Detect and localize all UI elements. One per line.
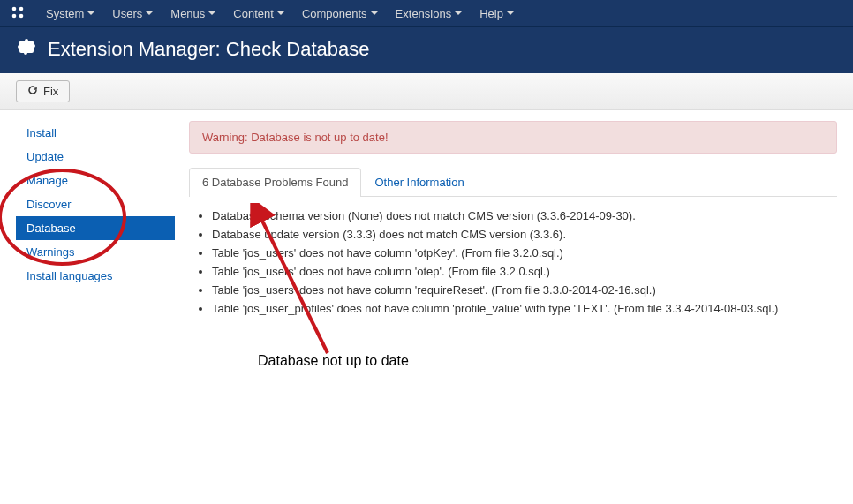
menu-menus[interactable]: Menus bbox=[162, 0, 224, 26]
chevron-down-icon bbox=[146, 11, 153, 15]
chevron-down-icon bbox=[277, 11, 284, 15]
title-bar: Extension Manager: Check Database bbox=[0, 26, 853, 73]
problem-item: Table 'jos_users' does not have column '… bbox=[212, 283, 834, 297]
joomla-logo-icon bbox=[11, 5, 25, 22]
sidebar-item-label: Install languages bbox=[26, 269, 113, 282]
refresh-icon bbox=[27, 85, 38, 98]
menu-users[interactable]: Users bbox=[103, 0, 162, 26]
chevron-down-icon bbox=[455, 11, 462, 15]
sidebar-item-label: Discover bbox=[26, 198, 72, 211]
sidebar-item-label: Warnings bbox=[26, 245, 74, 259]
sidebar-item-update[interactable]: Update bbox=[16, 145, 175, 169]
toolbar: Fix bbox=[0, 73, 853, 110]
puzzle-icon bbox=[16, 36, 37, 63]
fix-button[interactable]: Fix bbox=[16, 80, 70, 102]
menu-system[interactable]: System bbox=[37, 0, 103, 26]
sidebar-item-label: Manage bbox=[26, 174, 68, 187]
sidebar-item-warnings[interactable]: Warnings bbox=[16, 240, 175, 264]
fix-button-label: Fix bbox=[43, 85, 58, 98]
sidebar: Install Update Manage Discover Database … bbox=[16, 121, 175, 333]
tab-label: Other Information bbox=[374, 176, 464, 189]
svg-point-3 bbox=[19, 13, 24, 18]
chevron-down-icon bbox=[507, 11, 514, 15]
menu-extensions[interactable]: Extensions bbox=[387, 0, 472, 26]
problem-item: Table 'jos_user_profiles' does not have … bbox=[212, 302, 834, 315]
sidebar-item-manage[interactable]: Manage bbox=[16, 169, 175, 192]
sidebar-item-install-languages[interactable]: Install languages bbox=[16, 264, 175, 288]
problem-item: Table 'jos_users' does not have column '… bbox=[212, 265, 834, 278]
tab-label: 6 Database Problems Found bbox=[202, 176, 348, 189]
annotation-caption: Database not up to date bbox=[258, 353, 409, 368]
svg-point-2 bbox=[12, 13, 17, 18]
sidebar-item-install[interactable]: Install bbox=[16, 121, 175, 145]
sidebar-item-label: Install bbox=[26, 126, 57, 139]
sidebar-item-label: Database bbox=[26, 222, 76, 235]
chevron-down-icon bbox=[87, 11, 94, 15]
problem-item: Database update version (3.3.3) does not… bbox=[212, 228, 834, 241]
menu-label: Extensions bbox=[396, 7, 452, 20]
problem-item: Database schema version (None) does not … bbox=[212, 209, 834, 222]
menu-components[interactable]: Components bbox=[293, 0, 387, 26]
page-title: Extension Manager: Check Database bbox=[16, 36, 837, 63]
page-title-text: Extension Manager: Check Database bbox=[48, 38, 369, 61]
menu-label: System bbox=[46, 7, 84, 20]
tab-other-information[interactable]: Other Information bbox=[361, 168, 477, 196]
sidebar-item-label: Update bbox=[26, 150, 64, 163]
sidebar-item-database[interactable]: Database bbox=[16, 216, 175, 240]
chevron-down-icon bbox=[371, 11, 378, 15]
tab-problems[interactable]: 6 Database Problems Found bbox=[189, 168, 361, 197]
sidebar-item-discover[interactable]: Discover bbox=[16, 192, 175, 216]
svg-point-1 bbox=[19, 6, 24, 11]
chevron-down-icon bbox=[208, 11, 215, 15]
menu-label: Help bbox=[479, 7, 503, 20]
menu-label: Users bbox=[112, 7, 142, 20]
menu-label: Content bbox=[233, 7, 274, 20]
main-container: Install Update Manage Discover Database … bbox=[0, 110, 853, 368]
top-menu: System Users Menus Content Components Ex… bbox=[37, 0, 523, 26]
tabs: 6 Database Problems Found Other Informat… bbox=[189, 168, 837, 197]
svg-point-0 bbox=[12, 6, 17, 11]
top-menu-bar: System Users Menus Content Components Ex… bbox=[0, 0, 853, 26]
menu-label: Menus bbox=[170, 7, 205, 20]
main-content: Warning: Database is not up to date! 6 D… bbox=[189, 121, 837, 333]
menu-content[interactable]: Content bbox=[224, 0, 293, 26]
warning-alert-text: Warning: Database is not up to date! bbox=[202, 131, 389, 144]
tab-content-problems: Database schema version (None) does not … bbox=[189, 197, 837, 333]
warning-alert: Warning: Database is not up to date! bbox=[189, 121, 837, 154]
problems-list: Database schema version (None) does not … bbox=[212, 209, 834, 315]
problem-item: Table 'jos_users' does not have column '… bbox=[212, 246, 834, 260]
menu-label: Components bbox=[302, 7, 367, 20]
menu-help[interactable]: Help bbox=[471, 0, 523, 26]
